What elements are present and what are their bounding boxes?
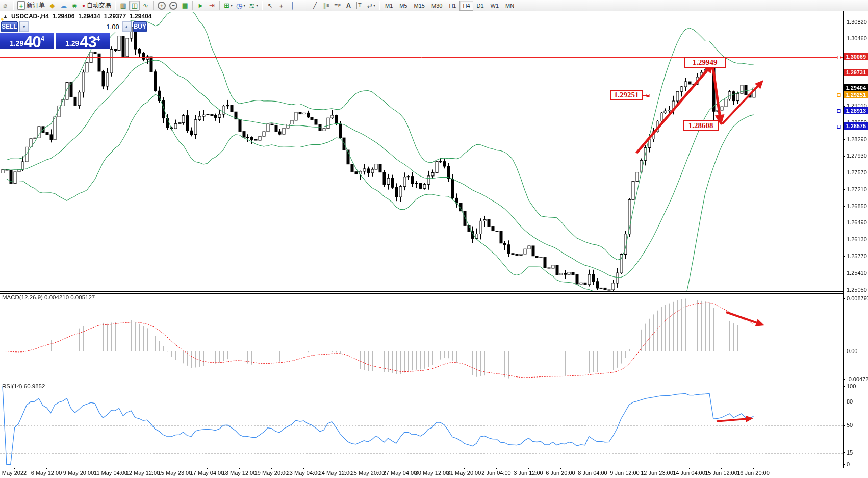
crosshair-button[interactable]: ＋ [276,1,287,11]
signals-button[interactable]: ◉ [69,1,80,11]
periods-button[interactable]: ◷▾ [235,1,247,11]
zoom-in-icon: ＋ [158,2,166,10]
macd-max-tick [843,298,845,299]
macd-value: 0.004210 [44,294,69,300]
fibonacci-icon: ≡ [334,3,338,9]
rsi-tick [843,402,845,402]
zoom-out-button[interactable]: − [168,1,179,11]
chevron-down-icon[interactable]: ▾ [243,3,245,8]
profiles-icon: ◆ [50,2,55,9]
chevron-down-icon[interactable]: ▾ [231,3,233,8]
zoom-in-button[interactable]: ＋ [156,1,167,11]
rsi-level-label: 50 [847,422,853,428]
price-annotation-label[interactable]: 1.29949 [684,57,726,68]
tile-windows-button[interactable]: ▦ [180,1,190,11]
price-tick-label: 1.25050 [847,287,867,293]
time-tick-label: 2 Jun 04:00 [481,470,511,476]
chevron-down-icon[interactable]: ▾ [373,3,375,8]
timeframe-m5[interactable]: M5 [396,1,410,11]
macd-indicator-label: MACD(12,26,9) 0.004210 0.005127 [2,294,95,300]
new-chart-button[interactable]: ⊞▾ [222,1,234,11]
price-annotation-label[interactable]: 1.28608 [683,120,719,131]
price-tick-mark [843,22,845,22]
time-tick-mark [657,468,657,469]
timeframe-mn[interactable]: MN [502,1,517,11]
collapse-icon[interactable]: ▲ [3,14,8,19]
fibonacci-button[interactable]: ≡F [332,1,343,11]
price-tick-label: 1.27570 [847,169,867,175]
community-button[interactable]: ☁ [58,1,69,11]
indicators-button[interactable]: ≋▾ [247,1,260,11]
timeframe-d1[interactable]: D1 [474,1,487,11]
chart-shift-button[interactable]: ⇥ [207,1,217,11]
main-macd-separator[interactable] [0,291,843,294]
price-tick-mark [843,106,845,107]
buy-price[interactable]: 1.29 43 4 [56,33,110,49]
sell-button[interactable]: SELL [1,21,18,32]
volume-increase-button[interactable]: ▲ [122,21,131,32]
text-button[interactable]: A [343,1,354,11]
vertical-line-button[interactable]: │ [287,1,298,11]
price-tick-mark [843,173,845,173]
time-tick-mark [303,468,304,469]
time-tick-label: 15 May 23:00 [158,470,192,476]
ohlc-low: 1.29377 [104,13,126,20]
volume-input[interactable] [29,21,122,32]
line-chart-button[interactable]: ∿ [140,1,151,11]
trade-panel-prices: 1.29 40 4 1.29 43 4 [0,33,110,49]
time-tick-label: 14 Jun 04:00 [673,470,705,476]
timeframe-m1[interactable]: M1 [382,1,396,11]
cursor-button[interactable]: ↖ [265,1,275,11]
time-tick-mark [336,468,336,469]
chevron-down-icon[interactable]: ▾ [256,3,258,8]
time-tick-label: 16 Jun 20:00 [737,470,770,476]
price-badge: 1.29404 [844,84,868,91]
price-tick-mark [843,206,845,207]
time-tick-label: 18 May 12:00 [222,470,257,476]
timeframe-h1[interactable]: H1 [446,1,459,11]
indicators-icon: ≋ [249,2,255,9]
bar-chart-button[interactable]: ▥ [118,1,129,11]
buy-button[interactable]: BUY [133,21,147,32]
macd-rsi-separator[interactable] [0,380,843,382]
text-label-button[interactable]: T [354,1,365,11]
price-tick-label: 1.26850 [847,203,867,209]
rsi-value: 60.9852 [24,383,45,389]
chart-symbol-period: USDCAD-,H4 [11,13,49,20]
time-tick-mark [239,468,240,469]
new-order-button[interactable]: ＋新订单 [16,1,46,11]
timeframe-m15[interactable]: M15 [411,1,428,11]
time-tick-mark [207,468,208,469]
time-tick-label: 11 May 04:00 [94,470,127,476]
vertical-line-icon: │ [291,3,295,9]
ohlc-high: 1.29434 [78,13,100,20]
auto-scroll-button[interactable]: ▶ [195,1,206,11]
rsi-level-label: 100 [847,383,856,389]
clipped-left-icon[interactable]: ⌀ [0,1,11,11]
equidistant-channel-button[interactable]: ∥E [321,1,331,11]
candlestick-chart-button[interactable]: ◫ [129,1,140,11]
sell-price[interactable]: 1.29 40 4 [0,33,54,49]
horizontal-line-button[interactable]: ─ [298,1,309,11]
timeframe-w1[interactable]: W1 [488,1,502,11]
rsi-level-label: 0 [847,461,850,467]
timeframe-m30[interactable]: M30 [428,1,445,11]
profiles-button[interactable]: ◆ [47,1,58,11]
time-tick-label: 17 May 04:00 [190,470,224,476]
timeframe-h4[interactable]: H4 [459,1,473,11]
price-tick-label: 1.27210 [847,186,867,192]
time-tick-label: 12 May 12:00 [126,470,160,476]
chart-canvas[interactable] [0,0,868,478]
buy-price-big: 43 [80,35,96,49]
arrows-button[interactable]: ⇄▾ [366,1,377,11]
toolbar-separator [192,1,193,10]
trendline-button[interactable]: ╱ [310,1,320,11]
time-tick-label: 30 May 12:00 [415,470,449,476]
macd-min-tick [843,379,845,380]
time-tick-label: 19 May 20:00 [254,470,289,476]
price-annotation-label[interactable]: 1.29251 [610,90,643,100]
volume-decrease-button[interactable]: ▼ [20,21,29,32]
autotrading-button[interactable]: ●自动交易 [81,1,113,11]
price-tick-mark [843,139,845,140]
time-tick-label: 6 May 12:00 [31,470,62,476]
